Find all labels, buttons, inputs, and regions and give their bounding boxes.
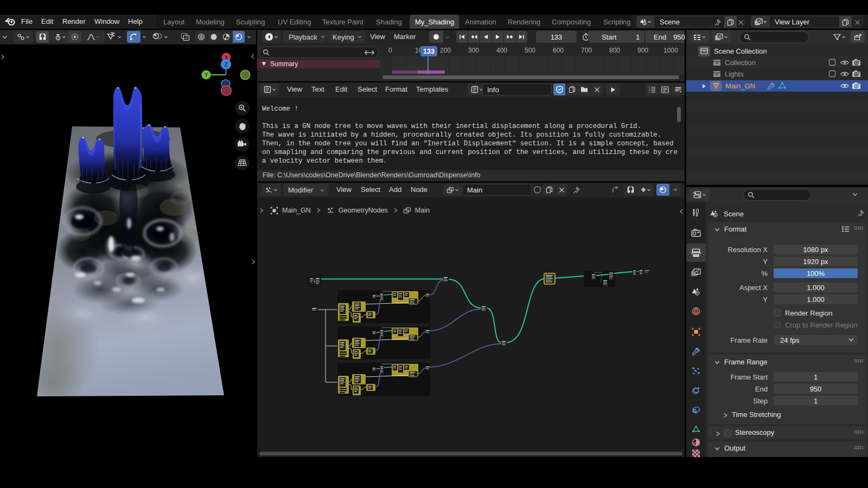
svg-text:Z: Z [224, 61, 228, 68]
svg-text:Y: Y [205, 72, 208, 78]
